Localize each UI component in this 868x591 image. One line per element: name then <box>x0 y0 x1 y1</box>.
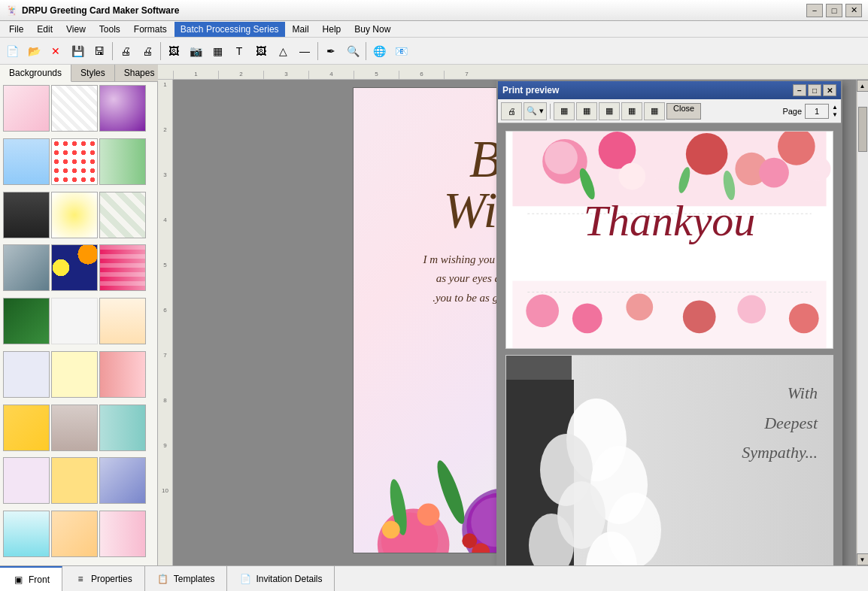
tab-backgrounds[interactable]: Backgrounds <box>0 65 71 82</box>
bg-thumb-24[interactable] <box>99 457 146 504</box>
pp-page-down[interactable]: ▼ <box>832 111 838 119</box>
ruler-num-1: 1 <box>158 81 172 126</box>
pp-close-button[interactable]: Close <box>666 103 701 120</box>
tb-img2[interactable]: 📷 <box>185 41 206 62</box>
status-tab-front[interactable]: ▣ Front <box>0 566 62 591</box>
scroll-down[interactable]: ▼ <box>857 553 869 565</box>
tab-styles[interactable]: Styles <box>71 65 115 81</box>
bg-thumb-25[interactable] <box>3 511 50 557</box>
bg-thumb-21[interactable] <box>99 405 146 451</box>
bg-thumb-19[interactable] <box>3 405 50 451</box>
bg-thumb-26[interactable] <box>51 511 98 557</box>
pp-view-4[interactable]: ▦ <box>621 102 642 120</box>
menu-buynow[interactable]: Buy Now <box>348 22 396 37</box>
tb-zoom[interactable]: 🔍 <box>342 41 363 62</box>
bg-thumb-22[interactable] <box>3 457 50 504</box>
bg-thumb-17[interactable] <box>51 351 98 398</box>
invitation-label: Invitation Details <box>256 574 322 584</box>
canvas-scroll[interactable]: Best Wishes I m wishing you a day which … <box>173 80 856 565</box>
bg-thumb-15[interactable] <box>99 298 146 344</box>
ruler-num-10: 10 <box>158 487 172 532</box>
tb-img3[interactable]: 🖼 <box>250 41 272 62</box>
bg-thumb-8[interactable] <box>51 192 98 238</box>
bg-thumb-2[interactable] <box>51 85 98 132</box>
menu-view[interactable]: View <box>60 22 92 37</box>
bg-thumb-20[interactable] <box>51 405 98 451</box>
tb-shape[interactable]: △ <box>272 41 293 62</box>
pp-view-3[interactable]: ▦ <box>599 102 620 120</box>
menu-edit[interactable]: Edit <box>31 22 59 37</box>
bg-thumb-12[interactable] <box>99 244 146 291</box>
canvas-area: 1 2 3 4 5 6 7 1 2 3 4 5 6 7 <box>158 65 868 565</box>
pp-page-up[interactable]: ▲ <box>832 104 838 111</box>
status-tab-invitation[interactable]: 📄 Invitation Details <box>227 566 335 591</box>
bg-thumb-18[interactable] <box>99 351 146 398</box>
top-ruler: 1 2 3 4 5 6 7 <box>158 65 868 80</box>
tb-close[interactable]: ✕ <box>45 41 66 62</box>
status-tab-templates[interactable]: 📋 Templates <box>145 566 228 591</box>
svg-point-38 <box>759 158 789 188</box>
tb-pen[interactable]: ✒ <box>320 41 341 62</box>
scroll-up[interactable]: ▲ <box>857 80 869 92</box>
svg-point-49 <box>683 300 716 333</box>
ruler-mark-4: 4 <box>308 71 354 79</box>
tb-print2[interactable]: 🖨 <box>137 41 158 62</box>
tb-open[interactable]: 📂 <box>23 41 44 62</box>
tb-globe[interactable]: 🌐 <box>369 41 390 62</box>
pp-view-2[interactable]: ▦ <box>576 102 597 120</box>
menu-file[interactable]: File <box>3 22 29 37</box>
tb-save1[interactable]: 💾 <box>67 41 88 62</box>
bg-thumb-23[interactable] <box>51 457 98 504</box>
menu-help[interactable]: Help <box>317 22 348 37</box>
bg-thumb-7[interactable] <box>3 192 50 238</box>
tb-text[interactable]: T <box>229 41 250 62</box>
pp-minimize[interactable]: − <box>793 84 806 96</box>
pp-maximize[interactable]: □ <box>808 84 821 96</box>
menu-formats[interactable]: Formats <box>128 22 173 37</box>
menu-bar: File Edit View Tools Formats Batch Proce… <box>0 21 868 38</box>
tb-save2[interactable]: 🖫 <box>89 41 110 62</box>
bg-thumb-10[interactable] <box>3 244 50 291</box>
bg-thumb-13[interactable] <box>3 298 50 344</box>
tb-line[interactable]: — <box>294 41 315 62</box>
svg-point-46 <box>526 294 559 327</box>
pp-zoom-btn[interactable]: 🔍 ▾ <box>524 102 547 120</box>
bg-thumb-3[interactable] <box>99 85 146 132</box>
tb-print[interactable]: 🖨 <box>115 41 136 62</box>
menu-batch[interactable]: Batch Processing Series <box>175 22 285 37</box>
menu-mail[interactable]: Mail <box>287 22 315 37</box>
status-tab-properties[interactable]: ≡ Properties <box>62 566 145 591</box>
separator-1 <box>112 42 113 60</box>
tb-barcode[interactable]: ▦ <box>207 41 228 62</box>
bg-thumb-9[interactable] <box>99 192 146 238</box>
bg-thumb-6[interactable] <box>99 138 146 185</box>
pp-close[interactable]: ✕ <box>823 84 836 96</box>
ruler-num-9: 9 <box>158 442 172 487</box>
pp-view-1[interactable]: ▦ <box>554 102 575 120</box>
templates-icon: 📋 <box>157 573 169 585</box>
menu-tools[interactable]: Tools <box>93 22 126 37</box>
pp-title-buttons: − □ ✕ <box>793 84 836 96</box>
bg-thumb-11[interactable] <box>51 244 98 291</box>
bg-thumb-16[interactable] <box>3 351 50 398</box>
bg-thumb-5[interactable] <box>51 138 98 185</box>
scroll-track[interactable] <box>857 92 868 553</box>
pp-print-icon[interactable]: 🖨 <box>501 102 522 120</box>
bg-thumb-27[interactable] <box>99 511 146 557</box>
tb-new[interactable]: 📄 <box>2 41 23 62</box>
tab-shapes[interactable]: Shapes <box>115 65 165 81</box>
bg-thumb-14[interactable] <box>51 298 98 344</box>
close-button[interactable]: ✕ <box>845 4 862 17</box>
properties-icon: ≡ <box>74 573 86 585</box>
tb-mail[interactable]: 📧 <box>390 41 411 62</box>
bg-thumb-1[interactable] <box>3 85 50 132</box>
minimize-button[interactable]: − <box>806 4 823 17</box>
scroll-thumb[interactable] <box>858 107 867 152</box>
tb-img1[interactable]: 🖼 <box>163 41 184 62</box>
maximize-button[interactable]: □ <box>826 4 842 17</box>
bg-thumb-4[interactable] <box>3 138 50 185</box>
ruler-num-7: 7 <box>158 352 172 397</box>
toolbar: 📄 📂 ✕ 💾 🖫 🖨 🖨 🖼 📷 ▦ T 🖼 △ — ✒ 🔍 🌐 📧 <box>0 38 868 65</box>
svg-point-42 <box>618 163 645 190</box>
pp-view-5[interactable]: ▦ <box>644 102 665 120</box>
